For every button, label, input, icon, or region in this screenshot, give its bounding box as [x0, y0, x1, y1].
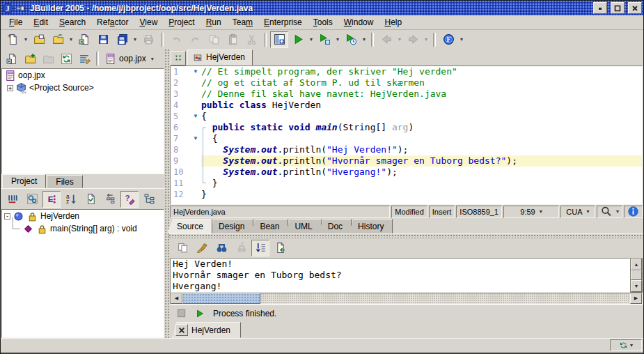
keymap-dropdown-icon[interactable]: ▾	[587, 208, 590, 215]
project-add-files-button[interactable]	[21, 50, 39, 67]
menu-window[interactable]: Window	[338, 16, 379, 29]
structure-sort-alphabetically-button[interactable]: az	[62, 191, 80, 208]
code-line[interactable]: 5▼{	[171, 111, 642, 122]
scroll-down-button[interactable]: ▼	[631, 280, 642, 292]
menu-view[interactable]: View	[134, 16, 164, 29]
menu-enterprise[interactable]: Enterprise	[258, 16, 308, 29]
menu-run[interactable]: Run	[201, 16, 227, 29]
code-line[interactable]: 4public class HejVerden	[171, 100, 642, 111]
code-line[interactable]: 1▼// Et simpelt program, der skriver "He…	[171, 66, 642, 77]
code-editor[interactable]: 1▼// Et simpelt program, der skriver "He…	[170, 66, 643, 205]
view-tab-source[interactable]: Source	[167, 219, 212, 233]
toolbar-toggle-curtain-button[interactable]	[270, 31, 288, 48]
menu-team[interactable]: Team	[227, 16, 258, 29]
toolbar-help-browser-dropdown[interactable]: ▾	[458, 32, 465, 47]
hscroll-thumb[interactable]	[182, 293, 260, 304]
menu-edit[interactable]: Edit	[28, 16, 54, 29]
message-save-output-button[interactable]	[271, 240, 289, 256]
code-line[interactable]: 11 }	[171, 178, 642, 189]
tree-row[interactable]: +<Project Source>	[2, 82, 164, 94]
toolbar-new-dropdown[interactable]: ▾	[22, 32, 29, 47]
background-tasks-indicator[interactable]: ▾	[610, 339, 642, 351]
menu-tools[interactable]: Tools	[308, 16, 338, 29]
code-line[interactable]: 2// og et citat af Storm P. ud til skærm…	[171, 77, 642, 88]
structure-javadoc-conflicts-button[interactable]	[81, 191, 100, 208]
message-find-button[interactable]	[212, 240, 230, 256]
structure-properties-button[interactable]	[23, 191, 41, 208]
status-keymap[interactable]: CUA▾	[560, 206, 595, 218]
structure-sort-visibility-button[interactable]: E	[42, 191, 61, 208]
structure-structure-view-button[interactable]	[140, 191, 158, 208]
titlebar[interactable]: J JBuilder 2005 - /home/j/jbproject/oop/…	[1, 1, 643, 15]
process-output[interactable]: Hej Verden!Hvornår smager en Tuborg beds…	[170, 258, 630, 293]
scroll-left-button[interactable]: ◀	[171, 293, 182, 304]
code-line[interactable]: 6 public static void main(String[] arg)	[171, 122, 642, 133]
maximize-editor-button[interactable]	[171, 51, 186, 66]
toolbar-debug-button[interactable]	[315, 31, 333, 48]
structure-row[interactable]: main(String[] arg) : void	[2, 222, 164, 235]
view-tab-bean[interactable]: Bean	[250, 219, 288, 233]
toolbar-reopen-dropdown[interactable]: ▾	[68, 32, 74, 47]
minimize-button[interactable]	[593, 2, 607, 14]
tasks-dropdown-icon[interactable]: ▾	[630, 342, 633, 348]
output-vscrollbar[interactable]: ▲ ▼	[630, 258, 643, 293]
stop-process-icon[interactable]	[176, 308, 187, 318]
search-dropdown-icon[interactable]: ▾	[616, 208, 619, 215]
code-line[interactable]: 10 System.out.println("Hvergang!");	[171, 167, 642, 178]
fold-marker-icon[interactable]: ▼	[190, 66, 201, 77]
toolbar-new-button[interactable]	[3, 31, 22, 48]
scroll-up-button[interactable]: ▲	[631, 259, 642, 270]
code-line[interactable]: 7▼ {	[171, 133, 642, 144]
code-line[interactable]: 3// Denne fil skal have navnet: HejVerde…	[171, 88, 642, 100]
menu-file[interactable]: File	[3, 16, 28, 29]
message-tab-hejverden[interactable]: HejVerden	[172, 322, 241, 338]
view-tab-uml[interactable]: UML	[285, 219, 321, 233]
structure-error-highlight-button[interactable]: ?	[120, 191, 139, 208]
pin-icon[interactable]	[16, 3, 26, 13]
project-selector[interactable]: oop.jpx▾	[102, 49, 159, 68]
tab-project[interactable]: Project	[2, 174, 46, 188]
menu-search[interactable]: Search	[54, 16, 91, 29]
fold-marker-icon[interactable]: ▼	[190, 133, 201, 144]
maximize-button[interactable]	[611, 2, 625, 14]
toolbar-save-all-dropdown[interactable]: ▾	[132, 32, 139, 47]
project-project-properties-button[interactable]	[75, 50, 93, 67]
toolbar-save-button[interactable]	[94, 31, 112, 48]
menu-refactor[interactable]: Refactor	[91, 16, 134, 29]
view-tab-history[interactable]: History	[348, 219, 393, 233]
message-splitter[interactable]	[169, 233, 643, 238]
toolbar-save-all-button[interactable]	[113, 31, 131, 48]
fold-marker-icon[interactable]: ▼	[190, 111, 201, 122]
message-wrap-output-button[interactable]	[251, 240, 269, 256]
editor-tab-hejverden[interactable]: HejVerden	[187, 49, 253, 66]
code-line[interactable]: 9 System.out.println("Hvornår smager en …	[171, 155, 642, 167]
status-caret-position[interactable]: 9:59▾	[503, 206, 559, 218]
view-tab-design[interactable]: Design	[209, 219, 253, 233]
tree-expander[interactable]: -	[4, 213, 10, 220]
toolbar-run-button[interactable]	[289, 31, 307, 48]
info-button[interactable]	[624, 206, 643, 218]
run-process-icon[interactable]	[195, 309, 205, 318]
structure-show-inherited-button[interactable]	[101, 191, 119, 208]
structure-imports-button[interactable]	[3, 191, 22, 208]
hscroll-track[interactable]	[260, 293, 630, 304]
close-button[interactable]	[628, 2, 642, 14]
project-selector-dropdown[interactable]: ▾	[149, 51, 156, 66]
code-line[interactable]: 12}	[171, 189, 642, 200]
toolbar-run-dropdown[interactable]: ▾	[308, 32, 315, 47]
code-line[interactable]: 8 System.out.println("Hej Verden!");	[171, 144, 642, 155]
project-close-project-button[interactable]	[3, 50, 21, 67]
toolbar-help-browser-button[interactable]: F	[439, 31, 457, 48]
search-tool-button[interactable]: ▾	[597, 206, 622, 218]
toolbar-reopen-button[interactable]	[49, 31, 67, 48]
message-copy-output-button[interactable]	[173, 240, 191, 256]
caret-dropdown-icon[interactable]: ▾	[540, 208, 542, 215]
toolbar-close-file-button[interactable]	[75, 31, 93, 48]
message-clear-output-button[interactable]	[193, 240, 211, 256]
tree-row[interactable]: oop.jpx	[2, 69, 164, 82]
toolbar-profile-dropdown[interactable]: ▾	[361, 32, 368, 47]
toolbar-profile-button[interactable]	[342, 31, 360, 48]
vscroll-thumb[interactable]	[631, 270, 642, 280]
tree-expander[interactable]: +	[7, 85, 13, 91]
toolbar-open-file-button[interactable]	[30, 31, 48, 48]
